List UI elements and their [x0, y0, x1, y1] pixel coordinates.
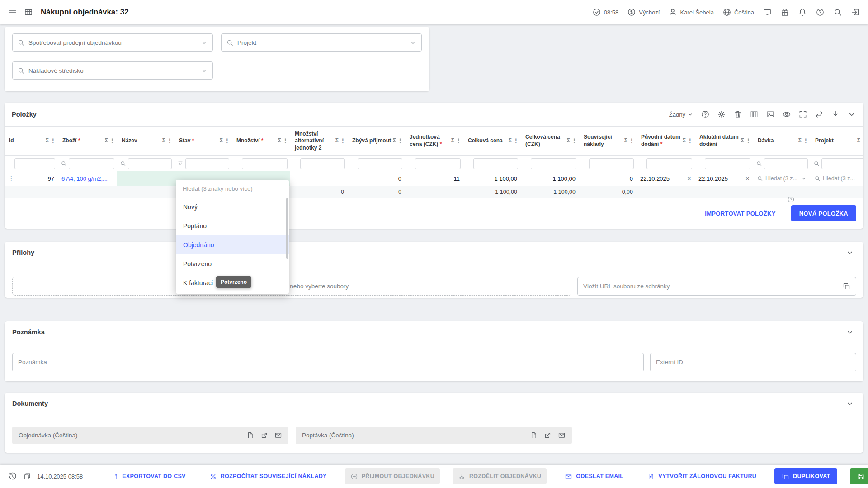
aggregate-icon[interactable]: Σ	[624, 137, 627, 145]
pdf-icon[interactable]	[246, 432, 254, 439]
column-header-mnozstvi-alt-jednotky-2[interactable]: Množství alternativní jednotky 2Σ⋮	[290, 127, 348, 155]
column-header-celkova-cena-czk[interactable]: Celková cena (CZK)Σ⋮	[521, 127, 579, 155]
status-dropdown-search[interactable]: Hledat (3 znaky nebo více)	[176, 180, 289, 197]
filter-input-id[interactable]	[14, 158, 55, 169]
aggregate-icon[interactable]: Σ	[798, 137, 802, 145]
column-menu-icon[interactable]: ⋮	[745, 137, 751, 145]
cell-zbyva-prijmout[interactable]: 0	[348, 171, 405, 186]
column-menu-icon[interactable]: ⋮	[283, 137, 288, 145]
column-menu-icon[interactable]: ⋮	[571, 137, 577, 145]
notifications-icon[interactable]	[798, 8, 807, 17]
cell-projekt[interactable]: Hledat (3 z...	[811, 171, 863, 186]
delete-rows-icon[interactable]	[733, 110, 742, 119]
equals-filter-icon[interactable]: =	[698, 160, 703, 167]
filter-input-zbyva-prijmout[interactable]	[358, 158, 402, 169]
sync-status[interactable]: 08:58	[592, 8, 619, 17]
language-menu[interactable]: Čeština	[722, 8, 754, 17]
search-filter-icon[interactable]	[813, 160, 820, 167]
column-menu-icon[interactable]: ⋮	[629, 137, 635, 145]
filter-input-zbozi[interactable]	[69, 158, 114, 169]
column-header-puvodni-datum-dodani[interactable]: Původní datum dodání *Σ⋮	[637, 127, 695, 155]
history-icon[interactable]	[8, 472, 17, 481]
column-header-mnozstvi[interactable]: Množství *Σ⋮	[232, 127, 290, 155]
collapse-attachments-icon[interactable]	[845, 248, 854, 257]
aggregate-icon[interactable]: Σ	[683, 137, 686, 145]
filter-input-puvodni-datum-dodani[interactable]	[646, 158, 692, 169]
column-header-davka[interactable]: DávkaΣ⋮	[753, 127, 811, 155]
columns-icon[interactable]	[750, 110, 759, 119]
aggregate-icon[interactable]: Σ	[741, 137, 744, 145]
equals-filter-icon[interactable]: =	[639, 160, 645, 167]
column-menu-icon[interactable]: ⋮	[456, 137, 462, 145]
send-email-button[interactable]: ODESLAT EMAIL	[559, 468, 629, 484]
window-restore-icon[interactable]	[23, 472, 32, 481]
column-menu-icon[interactable]: ⋮	[50, 137, 56, 145]
search-filter-icon[interactable]	[61, 160, 67, 167]
aggregate-icon[interactable]: Σ	[451, 137, 454, 145]
pdf-icon[interactable]	[530, 432, 538, 439]
export-table-icon[interactable]	[831, 110, 840, 119]
column-header-zbozi[interactable]: Zboží *Σ⋮	[58, 127, 117, 155]
collapse-section-icon[interactable]	[847, 110, 856, 119]
aggregate-icon[interactable]: Σ	[567, 137, 570, 145]
aggregate-icon[interactable]: Σ	[278, 137, 281, 145]
column-menu-icon[interactable]: ⋮	[687, 137, 693, 145]
logout-icon[interactable]	[851, 8, 860, 17]
equals-filter-icon[interactable]: =	[7, 160, 13, 167]
cost-center-select[interactable]: Nákladové středisko	[12, 61, 213, 80]
column-menu-icon[interactable]: ⋮	[803, 137, 809, 145]
aggregate-icon[interactable]: Σ	[393, 137, 396, 145]
filter-input-stav[interactable]	[185, 158, 229, 169]
column-header-souvisejici-naklady[interactable]: Související nákladyΣ⋮	[579, 127, 637, 155]
dropdown-scrollbar[interactable]	[286, 198, 288, 259]
column-header-projekt[interactable]: ProjektΣ⋮	[811, 127, 863, 155]
column-menu-icon[interactable]: ⋮	[513, 137, 519, 145]
equals-filter-icon[interactable]: =	[293, 160, 298, 167]
file-dropzone[interactable]: Přetáhněte soubory nebo vyberte soubory	[12, 277, 571, 296]
row-menu-icon[interactable]: ⋮	[8, 175, 14, 182]
open-in-new-icon[interactable]	[260, 432, 268, 439]
cell-souvisejici-naklady[interactable]: 0	[579, 171, 637, 186]
column-menu-icon[interactable]: ⋮	[340, 137, 346, 145]
email-document-icon[interactable]	[274, 432, 282, 439]
export-csv-button[interactable]: EXPORTOVAT DO CSV	[105, 468, 191, 484]
column-header-stav[interactable]: Stav *Σ⋮	[175, 127, 232, 155]
equals-filter-icon[interactable]: =	[350, 160, 356, 167]
cell-mnozstvi-alt-jednotky-2[interactable]	[290, 171, 348, 186]
filter-input-mnozstvi-alt-jednotky-2[interactable]	[300, 158, 345, 169]
aggregation-select[interactable]: Žádný	[669, 111, 693, 118]
create-proforma-invoice-button[interactable]: VYTVOŘIT ZÁLOHOVOU FAKTURU	[642, 468, 762, 484]
search-icon[interactable]	[833, 8, 842, 17]
item-product-link[interactable]: 6 A4, 100 g/m2,...	[61, 175, 108, 182]
whats-new-icon[interactable]	[780, 8, 789, 17]
cell-jednotkova-cena-czk[interactable]: 11	[405, 171, 463, 186]
clipboard-icon[interactable]	[843, 282, 850, 290]
status-option-3[interactable]: Potvrzeno	[176, 254, 289, 273]
search-filter-icon[interactable]	[120, 160, 126, 167]
column-header-zbyva-prijmout[interactable]: Zbývá přijmoutΣ⋮	[348, 127, 405, 155]
column-header-celkova-cena[interactable]: Celková cenaΣ⋮	[463, 127, 521, 155]
note-input[interactable]	[18, 359, 638, 366]
status-option-1[interactable]: Poptáno	[176, 216, 289, 235]
column-menu-icon[interactable]: ⋮	[862, 137, 863, 145]
column-menu-icon[interactable]: ⋮	[224, 137, 230, 145]
cell-aktualni-datum-dodani[interactable]: 22.10.2025✕	[695, 171, 753, 186]
column-header-nazev[interactable]: NázevΣ⋮	[117, 127, 175, 155]
visibility-icon[interactable]	[782, 110, 791, 119]
project-select[interactable]: Projekt	[221, 33, 422, 52]
equals-filter-icon[interactable]: =	[466, 160, 472, 167]
status-option-2[interactable]: Objednáno	[176, 235, 289, 254]
filter-input-jednotkova-cena-czk[interactable]	[415, 158, 461, 169]
aggregate-icon[interactable]: Σ	[162, 137, 165, 145]
items-help-icon[interactable]	[787, 195, 795, 203]
column-menu-icon[interactable]: ⋮	[109, 137, 115, 145]
filter-input-celkova-cena-czk[interactable]	[531, 158, 576, 169]
swap-columns-icon[interactable]	[815, 110, 824, 119]
equals-filter-icon[interactable]: =	[235, 160, 240, 167]
funnel-filter-icon[interactable]	[177, 160, 184, 167]
aggregate-icon[interactable]: Σ	[46, 137, 49, 145]
filter-input-celkova-cena[interactable]	[473, 158, 518, 169]
filter-input-souvisejici-naklady[interactable]	[589, 158, 634, 169]
cell-celkova-cena[interactable]: 1 100,00	[463, 171, 521, 186]
cell-zbozi[interactable]: 6 A4, 100 g/m2,...	[58, 171, 117, 186]
